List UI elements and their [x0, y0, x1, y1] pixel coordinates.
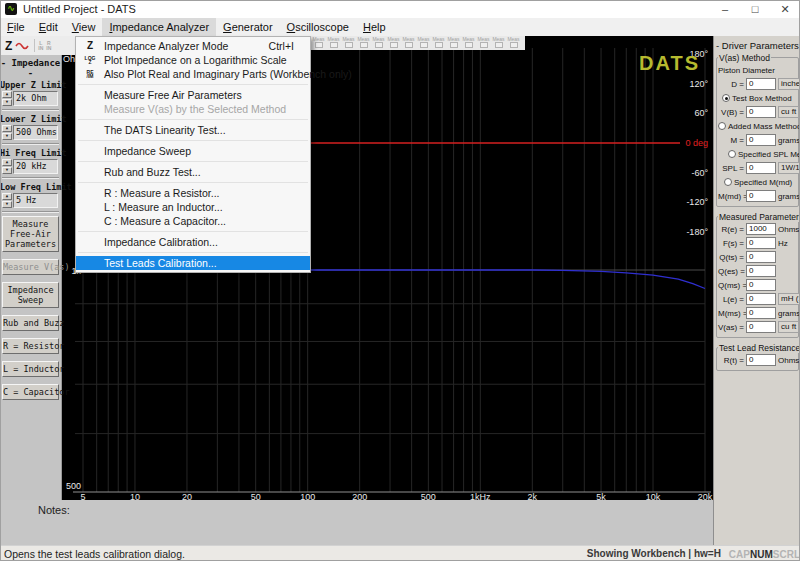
test-box-method-radio[interactable] — [722, 94, 730, 102]
mh-10k-unit[interactable]: mH (10k) — [778, 293, 800, 305]
toolbar-meas-button[interactable]: Meas — [402, 37, 415, 49]
q-ms-label: Q(ms) = — [718, 281, 746, 290]
upper-z-limit-value[interactable]: 2k Ohm — [13, 91, 58, 106]
spinner: ▲▼ — [2, 193, 12, 208]
spin-up-button[interactable]: ▲ — [2, 193, 12, 200]
spin-down-button[interactable]: ▼ — [2, 201, 12, 208]
row-v-as: V(as) =0cu ft — [718, 321, 797, 333]
m-ms-input[interactable]: 0 — [746, 307, 776, 319]
r-t-input[interactable]: 0 — [746, 354, 776, 366]
impedance-mode-icon[interactable]: Z — [5, 39, 12, 53]
menu-item-also-plot-real-and-imaginary-parts-workbench-only[interactable]: RE/IMAlso Plot Real and Imaginary Parts … — [76, 67, 310, 81]
toolbar-meas-button[interactable]: Meas — [447, 37, 460, 49]
toolbar-meas-button[interactable]: Meas — [417, 37, 430, 49]
lower-z-limit-value[interactable]: 500 Ohms — [13, 125, 58, 140]
specified-m-md-radio[interactable] — [724, 178, 732, 186]
toolbar-meas-button[interactable]: Meas — [387, 37, 400, 49]
menu-edit[interactable]: Edit — [32, 18, 65, 36]
low-freq-limit-value[interactable]: 5 Hz — [13, 193, 58, 208]
menu-impedance-analyzer[interactable]: Impedance Analyzer — [102, 18, 216, 36]
toolbar-meas-button[interactable]: Meas — [372, 37, 385, 49]
menu-item-measure-v-as-by-the-selected-method[interactable]: Measure V(as) by the Selected Method — [76, 102, 310, 116]
menu-item-c-measure-a-capacitor[interactable]: C : Measure a Capacitor... — [76, 214, 310, 228]
inches-unit[interactable]: inches — [778, 78, 800, 90]
menu-item-l-measure-an-inductor[interactable]: L : Measure an Inductor... — [76, 200, 310, 214]
toolbar-meas-button[interactable]: Meas — [432, 37, 445, 49]
toolbar-meas-button[interactable]: Meas — [327, 37, 340, 49]
right-input-icon[interactable]: RIN — [46, 41, 51, 51]
menu-item-plot-impedance-on-a-logarithmic-scale[interactable]: LOGZPlot Impedance on a Logarithmic Scal… — [76, 53, 310, 67]
spin-up-button[interactable]: ▲ — [2, 159, 12, 166]
row-q-ts: Q(ts) =0 — [718, 251, 797, 263]
d-input[interactable]: 0 — [746, 78, 776, 90]
d-label: D = — [718, 80, 746, 89]
toolbar-meas-button[interactable]: Meas — [462, 37, 475, 49]
menu-item-measure-free-air-parameters[interactable]: Measure Free Air Parameters — [76, 88, 310, 102]
q-ts-label: Q(ts) = — [718, 253, 746, 262]
button-rub-and-buzz[interactable]: Rub and Buzz — [2, 315, 59, 331]
phase-tick-label: 60° — [694, 108, 708, 118]
1w-1m-unit[interactable]: 1W/1m — [778, 162, 800, 174]
q-ms-input[interactable]: 0 — [746, 279, 776, 291]
v-b-input[interactable]: 0 — [746, 106, 776, 118]
l-e-input[interactable]: 0 — [746, 293, 776, 305]
minimize-button[interactable]: – — [710, 0, 740, 18]
menu-item-the-dats-linearity-test[interactable]: The DATS Linearity Test... — [76, 123, 310, 137]
menu-help[interactable]: Help — [356, 18, 393, 36]
row-added-mass-method: Added Mass Method — [718, 120, 797, 132]
left-input-icon[interactable]: LIN — [38, 41, 43, 51]
menu-item-impedance-calibration[interactable]: Impedance Calibration... — [76, 235, 310, 249]
menu-generator[interactable]: Generator — [216, 18, 280, 36]
v-as-input[interactable]: 0 — [746, 321, 776, 333]
toolbar-meas-button[interactable]: Meas — [507, 37, 520, 49]
cu-ft-unit[interactable]: cu ft — [778, 106, 799, 118]
spin-down-button[interactable]: ▼ — [2, 133, 12, 140]
spl-input[interactable]: 0 — [746, 162, 776, 174]
r-e-label: R(e) = — [718, 225, 746, 234]
meas-icon-glyph — [435, 42, 443, 48]
toolbar-meas-button[interactable]: Meas — [492, 37, 505, 49]
generator-wave-icon[interactable] — [15, 37, 31, 55]
button-l-inductor[interactable]: L = Inductor — [2, 361, 59, 377]
added-mass-method-radio[interactable] — [718, 122, 726, 130]
maximize-button[interactable]: □ — [740, 0, 770, 18]
menu-oscilloscope[interactable]: Oscilloscope — [280, 18, 356, 36]
m-input[interactable]: 0 — [746, 134, 776, 146]
q-es-input[interactable]: 0 — [746, 265, 776, 277]
button-impedance-sweep[interactable]: ImpedanceSweep — [2, 282, 59, 308]
cu-ft-unit[interactable]: cu ft — [778, 321, 799, 333]
menu-item-r-measure-a-resistor[interactable]: R : Measure a Resistor... — [76, 186, 310, 200]
toolbar-meas-button[interactable]: Meas — [342, 37, 355, 49]
r-e-input[interactable]: 1000 — [746, 223, 776, 235]
spin-up-button[interactable]: ▲ — [2, 125, 12, 132]
q-ts-input[interactable]: 0 — [746, 251, 776, 263]
x-tick-label: 20 — [182, 492, 192, 500]
menu-item-impedance-analyzer-mode[interactable]: ZImpedance Analyzer ModeCtrl+I — [76, 39, 310, 53]
spin-down-button[interactable]: ▼ — [2, 99, 12, 106]
menu-item-test-leads-calibration[interactable]: Test Leads Calibration... — [76, 256, 310, 270]
notes-field[interactable] — [70, 502, 707, 542]
menu-item-impedance-sweep[interactable]: Impedance Sweep — [76, 144, 310, 158]
spin-down-button[interactable]: ▼ — [2, 167, 12, 174]
spin-up-button[interactable]: ▲ — [2, 91, 12, 98]
menu-item-rub-and-buzz-test[interactable]: Rub and Buzz Test... — [76, 165, 310, 179]
button-measure-v-as[interactable]: Measure V(as) — [2, 259, 59, 275]
spl-label: SPL = — [718, 164, 746, 173]
button-r-resistor[interactable]: R = Resistor — [2, 338, 59, 354]
specified-spl-method-radio[interactable] — [728, 150, 736, 158]
hi-freq-limit-value[interactable]: 20 kHz — [13, 159, 58, 174]
close-button[interactable]: ✕ — [770, 0, 800, 18]
toolbar-meas-button[interactable]: Meas — [357, 37, 370, 49]
f-s-input[interactable]: 0 — [746, 237, 776, 249]
z-tick-label: 500 — [66, 481, 81, 491]
button-label: Impedance — [3, 285, 58, 295]
menu-file[interactable]: File — [0, 18, 32, 36]
menu-view[interactable]: View — [65, 18, 103, 36]
button-measure-free-air-parameters[interactable]: MeasureFree-AirParameters — [2, 216, 59, 252]
toolbar-meas-button[interactable]: Meas — [312, 37, 325, 49]
menu-separator — [78, 182, 308, 183]
button-c-capacitor[interactable]: C = Capacitor — [2, 384, 59, 400]
group-title: Measured Parameters — [718, 212, 800, 222]
m-md-input[interactable]: 0 — [746, 190, 776, 202]
toolbar-meas-button[interactable]: Meas — [477, 37, 490, 49]
